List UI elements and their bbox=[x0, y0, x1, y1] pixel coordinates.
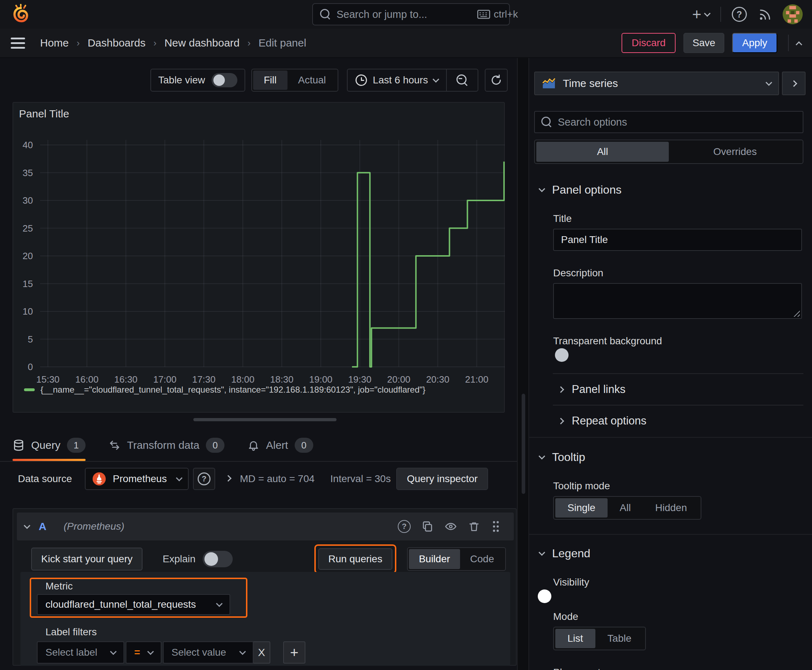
tab-overrides[interactable]: Overrides bbox=[669, 142, 801, 162]
select-value-dropdown[interactable]: Select value bbox=[163, 641, 253, 663]
svg-text:18:00: 18:00 bbox=[231, 374, 254, 385]
datasource-help-button[interactable]: ? bbox=[193, 468, 215, 490]
time-range-picker[interactable]: Last 6 hours bbox=[348, 74, 446, 86]
plus-icon: + bbox=[290, 645, 298, 660]
query-inspector-button[interactable]: Query inspector bbox=[396, 468, 488, 490]
new-menu-button[interactable]: + bbox=[692, 7, 710, 22]
tab-alert[interactable]: Alert 0 bbox=[247, 430, 313, 461]
refresh-button[interactable] bbox=[485, 69, 508, 91]
chart-legend[interactable]: {__name__="cloudflared_tunnel_total_requ… bbox=[24, 385, 425, 395]
resize-grip-icon[interactable] bbox=[792, 309, 800, 317]
operator-dropdown[interactable]: = bbox=[125, 641, 161, 663]
user-avatar[interactable] bbox=[783, 4, 803, 24]
svg-text:20:30: 20:30 bbox=[426, 374, 449, 385]
resize-handle[interactable] bbox=[193, 418, 337, 421]
add-filter-button[interactable]: + bbox=[283, 641, 305, 663]
legend-mode-label: Mode bbox=[553, 611, 812, 623]
tooltip-mode-hidden[interactable]: Hidden bbox=[643, 498, 699, 518]
panel-preview[interactable]: 051015202530354015:3016:0016:3017:0017:3… bbox=[12, 102, 505, 413]
svg-text:18:30: 18:30 bbox=[270, 374, 293, 385]
menu-hamburger-icon[interactable] bbox=[11, 37, 25, 49]
tab-query[interactable]: Query 1 bbox=[12, 430, 86, 461]
visualization-name: Time series bbox=[563, 77, 618, 90]
visualization-picker[interactable]: Time series bbox=[534, 71, 779, 95]
select-label-dropdown[interactable]: Select label bbox=[37, 641, 124, 663]
tab-alert-label: Alert bbox=[266, 439, 288, 451]
panel-links-section[interactable]: Panel links bbox=[559, 374, 812, 405]
search-input[interactable] bbox=[337, 8, 471, 20]
svg-text:5: 5 bbox=[28, 334, 33, 345]
zoom-out-button[interactable] bbox=[446, 69, 478, 91]
query-interval[interactable]: Interval = 30s bbox=[331, 473, 391, 485]
fill-option[interactable]: Fill bbox=[253, 71, 288, 90]
help-icon[interactable]: ? bbox=[732, 7, 747, 22]
run-queries-button[interactable]: Run queries bbox=[318, 548, 392, 570]
builder-option[interactable]: Builder bbox=[409, 549, 460, 569]
duplicate-icon[interactable] bbox=[421, 520, 434, 533]
fill-actual-switch: Fill Actual bbox=[251, 69, 339, 91]
explain-toggle[interactable] bbox=[203, 551, 233, 567]
breadcrumb-home[interactable]: Home bbox=[40, 37, 69, 49]
options-search-input[interactable] bbox=[558, 116, 796, 128]
discard-button[interactable]: Discard bbox=[622, 33, 676, 53]
tab-transform-data[interactable]: Transform data 0 bbox=[108, 430, 224, 461]
prometheus-icon bbox=[92, 472, 106, 486]
trash-icon[interactable] bbox=[468, 520, 480, 533]
repeat-options-section[interactable]: Repeat options bbox=[559, 406, 812, 436]
grafana-logo-icon[interactable] bbox=[11, 3, 31, 27]
legend-placement-label: Placement bbox=[553, 667, 812, 670]
tab-all[interactable]: All bbox=[536, 142, 669, 162]
remove-filter-button[interactable]: X bbox=[253, 641, 270, 663]
breadcrumb-dashboards[interactable]: Dashboards bbox=[88, 37, 146, 49]
query-toolbar: Kick start your query Explain Run querie… bbox=[31, 546, 517, 572]
actual-option[interactable]: Actual bbox=[288, 71, 337, 90]
legend-series-label[interactable]: {__name__="cloudflared_tunnel_total_requ… bbox=[41, 385, 425, 395]
time-range-control: Last 6 hours bbox=[347, 69, 478, 91]
news-rss-icon[interactable] bbox=[758, 7, 772, 22]
panel-description-textarea[interactable] bbox=[553, 283, 802, 319]
svg-text:10: 10 bbox=[22, 306, 33, 317]
title-label: Title bbox=[553, 213, 812, 224]
query-options-summary[interactable]: MD = auto = 704 bbox=[240, 473, 315, 485]
tab-transform-label: Transform data bbox=[127, 439, 199, 451]
code-option[interactable]: Code bbox=[460, 549, 504, 569]
svg-text:0: 0 bbox=[28, 362, 33, 372]
select-label-placeholder: Select label bbox=[46, 647, 97, 658]
apply-button[interactable]: Apply bbox=[732, 33, 777, 53]
panel-title-input[interactable] bbox=[553, 229, 802, 251]
global-search[interactable]: ctrl+k bbox=[312, 3, 510, 25]
kick-start-button[interactable]: Kick start your query bbox=[31, 548, 142, 570]
tooltip-mode-all[interactable]: All bbox=[608, 498, 643, 518]
svg-text:17:00: 17:00 bbox=[153, 374, 176, 385]
drag-handle-icon[interactable] bbox=[491, 520, 501, 533]
legend-header[interactable]: Legend bbox=[539, 547, 812, 560]
save-button[interactable]: Save bbox=[683, 33, 724, 53]
time-series-chart[interactable]: 051015202530354015:3016:0016:3017:0017:3… bbox=[13, 103, 505, 413]
metric-select[interactable]: cloudflared_tunnel_total_requests bbox=[37, 594, 230, 615]
query-row-header[interactable]: A (Prometheus) ? bbox=[17, 513, 514, 540]
pane-scrollbar[interactable] bbox=[517, 58, 529, 670]
select-value-placeholder: Select value bbox=[171, 647, 226, 658]
datasource-name: Prometheus bbox=[113, 473, 170, 485]
chevron-down-icon bbox=[539, 453, 545, 459]
legend-mode-list[interactable]: List bbox=[555, 629, 595, 648]
datasource-label: Data source bbox=[18, 473, 72, 485]
tooltip-header[interactable]: Tooltip bbox=[539, 451, 812, 464]
time-series-icon bbox=[542, 78, 556, 89]
help-icon[interactable]: ? bbox=[398, 520, 411, 533]
shortcut-hint: ctrl+k bbox=[477, 8, 518, 20]
options-search[interactable] bbox=[534, 111, 804, 133]
query-editor-card: A (Prometheus) ? Kick start your query bbox=[12, 508, 517, 666]
panel-options-header[interactable]: Panel options bbox=[539, 183, 812, 196]
scrollbar-thumb[interactable] bbox=[522, 394, 525, 494]
eye-icon[interactable] bbox=[444, 520, 457, 533]
breadcrumb-new-dashboard[interactable]: New dashboard bbox=[164, 37, 239, 49]
collapse-header-button[interactable] bbox=[788, 35, 801, 51]
legend-mode-table[interactable]: Table bbox=[595, 629, 644, 648]
expand-options-button[interactable] bbox=[226, 475, 231, 482]
viz-suggestions-button[interactable] bbox=[782, 71, 805, 95]
table-view-toggle[interactable] bbox=[212, 73, 237, 87]
tooltip-mode-single[interactable]: Single bbox=[555, 498, 608, 518]
datasource-picker[interactable]: Prometheus bbox=[85, 468, 189, 490]
collapse-query-icon[interactable] bbox=[24, 522, 30, 529]
